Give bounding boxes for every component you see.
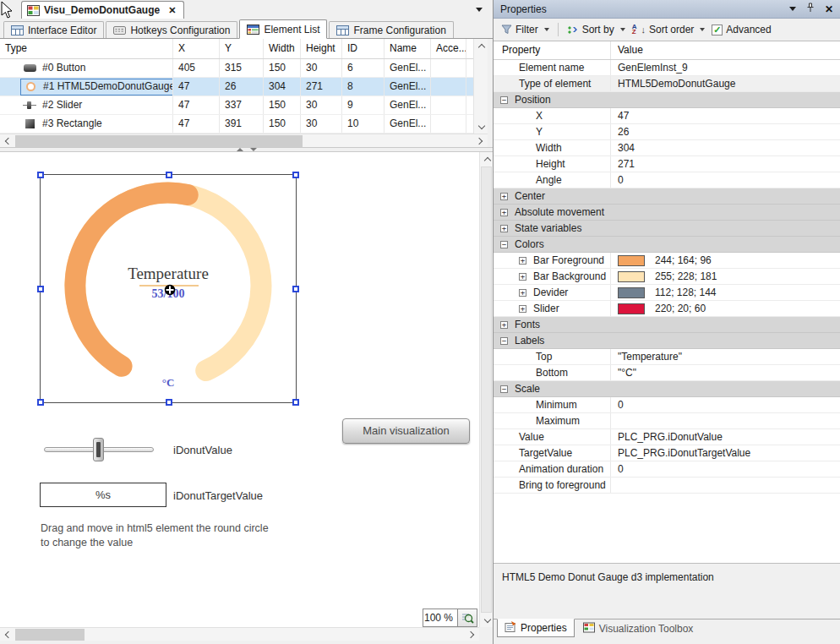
window-menu-chevron-icon[interactable]	[789, 7, 796, 11]
resize-handle-se[interactable]	[292, 399, 299, 406]
canvas-horizontal-scrollbar[interactable]	[0, 627, 479, 641]
property-row-bar-background[interactable]: +Bar Background255; 228; 181	[494, 269, 840, 285]
column-header-type[interactable]: Type	[0, 39, 173, 58]
zoom-magnifier-button[interactable]	[457, 609, 477, 627]
resize-handle-ne[interactable]	[292, 172, 299, 178]
property-group-center[interactable]: +Center	[494, 188, 840, 205]
property-value-cell[interactable]	[611, 478, 840, 493]
scroll-right-icon[interactable]	[473, 134, 488, 148]
property-row-slider[interactable]: +Slider220; 20; 60	[494, 301, 840, 317]
splitter-up-icon[interactable]	[237, 148, 243, 151]
table-row[interactable]: #1 HTML5DemoDonutGauge47263042718GenEl..…	[0, 78, 473, 96]
property-value-cell[interactable]	[611, 413, 840, 428]
expand-icon[interactable]: +	[519, 305, 526, 313]
expand-icon[interactable]: +	[519, 257, 526, 265]
expand-icon[interactable]: +	[519, 289, 526, 297]
property-row-height[interactable]: Height271	[494, 156, 840, 172]
property-value-cell[interactable]: PLC_PRG.iDonutTargetValue	[611, 445, 840, 461]
column-header-x[interactable]: X	[173, 39, 220, 58]
tab-interface-editor[interactable]: Interface Editor	[3, 21, 104, 38]
property-row-targetvalue[interactable]: TargetValuePLC_PRG.iDonutTargetValue	[494, 445, 840, 461]
sort-by-button[interactable]: Sort by	[565, 22, 628, 37]
table-row[interactable]: #0 Button405315150306GenEl...	[0, 59, 473, 78]
resize-handle-e[interactable]	[292, 286, 299, 292]
property-row-minimum[interactable]: Minimum0	[494, 397, 840, 413]
property-value-cell[interactable]: 271	[611, 156, 840, 172]
property-group-fonts[interactable]: +Fonts	[494, 317, 840, 333]
resize-handle-w[interactable]	[37, 286, 44, 292]
tab-element-list[interactable]: Element List	[239, 19, 327, 39]
checkbox-checked-icon[interactable]: ✓	[712, 25, 723, 35]
scroll-right-icon[interactable]	[465, 628, 479, 641]
scroll-left-icon[interactable]	[0, 134, 14, 148]
property-value-cell[interactable]: PLC_PRG.iDonutValue	[611, 429, 840, 445]
property-row-element-name[interactable]: Element nameGenElemInst_9	[494, 60, 840, 76]
property-row-bar-foreground[interactable]: +Bar Foreground244; 164; 96	[494, 253, 840, 269]
visualization-canvas[interactable]: Temperature 53/100 °C iDonutValue	[0, 152, 479, 627]
table-horizontal-scrollbar[interactable]	[0, 134, 488, 147]
slider-element-knob[interactable]	[93, 438, 104, 461]
expand-icon[interactable]: +	[500, 193, 508, 200]
property-group-absolute-movement[interactable]: +Absolute movement	[494, 205, 840, 221]
close-icon[interactable]: ✕	[825, 3, 833, 15]
column-header-acce[interactable]: Acce...	[431, 39, 466, 58]
main-visualization-button[interactable]: Main visualization	[342, 418, 470, 444]
tab-frame-configuration[interactable]: Frame Configuration	[329, 21, 453, 38]
document-tab[interactable]: Visu_DemoDonutGauge ✕	[21, 1, 184, 19]
collapse-icon[interactable]: −	[500, 385, 508, 393]
selected-element-donut-gauge[interactable]: Temperature 53/100 °C	[40, 174, 297, 403]
expand-icon[interactable]: +	[519, 273, 526, 281]
collapse-icon[interactable]: −	[500, 337, 508, 345]
color-swatch[interactable]	[618, 271, 645, 282]
property-group-labels[interactable]: −Labels	[494, 333, 840, 349]
property-value-cell[interactable]: "Temperature"	[611, 349, 840, 364]
splitter-down-icon[interactable]	[250, 148, 257, 151]
zoom-level-display[interactable]: 100 %	[423, 609, 458, 627]
property-group-colors[interactable]: −Colors	[494, 237, 840, 253]
canvas-vertical-scrollbar[interactable]	[479, 152, 493, 627]
resize-handle-nw[interactable]	[37, 172, 44, 178]
resize-handle-sw[interactable]	[37, 399, 44, 406]
property-row-animation-duration[interactable]: Animation duration0	[494, 461, 840, 478]
tab-hotkeys-configuration[interactable]: Hotkeys Configuration	[106, 21, 237, 38]
property-row-x[interactable]: X47	[494, 108, 840, 124]
property-row-maximum[interactable]: Maximum	[494, 413, 840, 429]
property-row-bottom[interactable]: Bottom"°C"	[494, 365, 840, 381]
target-value-field[interactable]: %s	[40, 483, 166, 507]
property-group-state-variables[interactable]: +State variables	[494, 221, 840, 237]
property-value-cell[interactable]: GenElemInst_9	[611, 60, 840, 75]
close-tab-icon[interactable]: ✕	[168, 5, 176, 16]
tab-list-chevron-icon[interactable]	[476, 8, 483, 12]
property-group-position[interactable]: −Position	[494, 92, 840, 108]
property-value-cell[interactable]: 0	[611, 172, 840, 188]
property-value-cell[interactable]: 304	[611, 140, 840, 156]
property-row-bring-to-foreground[interactable]: Bring to foreground	[494, 478, 840, 494]
property-value-cell[interactable]: 220; 20; 60	[611, 301, 840, 316]
panel-tab-properties[interactable]: Properties	[497, 619, 575, 637]
collapse-icon[interactable]: −	[500, 96, 508, 104]
property-value-cell[interactable]: 26	[611, 124, 840, 139]
collapse-icon[interactable]: −	[500, 241, 508, 248]
column-header-name[interactable]: Name	[385, 39, 431, 58]
color-swatch[interactable]	[618, 287, 645, 298]
property-value-cell[interactable]: 112; 128; 144	[611, 285, 840, 300]
resize-handle-n[interactable]	[166, 172, 172, 178]
property-row-y[interactable]: Y26	[494, 124, 840, 140]
column-header-width[interactable]: Width	[264, 39, 301, 58]
scroll-up-icon[interactable]	[474, 39, 488, 52]
property-row-value[interactable]: ValuePLC_PRG.iDonutValue	[494, 429, 840, 445]
expand-icon[interactable]: +	[500, 209, 508, 216]
property-value-cell[interactable]: 47	[611, 108, 840, 123]
filter-button[interactable]: Filter	[499, 22, 552, 37]
pin-icon[interactable]	[806, 3, 815, 15]
property-row-type-of-element[interactable]: Type of elementHTML5DemoDonutGauge	[494, 76, 840, 92]
column-header-y[interactable]: Y	[220, 39, 264, 58]
property-group-scale[interactable]: −Scale	[494, 381, 840, 397]
scrollbar-thumb[interactable]	[481, 166, 492, 613]
property-value-cell[interactable]: 0	[611, 397, 840, 412]
sort-order-button[interactable]: AZ ↓ Sort order	[630, 22, 708, 37]
property-row-angle[interactable]: Angle0	[494, 172, 840, 188]
property-value-cell[interactable]: "°C"	[611, 365, 840, 380]
property-row-width[interactable]: Width304	[494, 140, 840, 156]
resize-handle-s[interactable]	[166, 399, 172, 406]
